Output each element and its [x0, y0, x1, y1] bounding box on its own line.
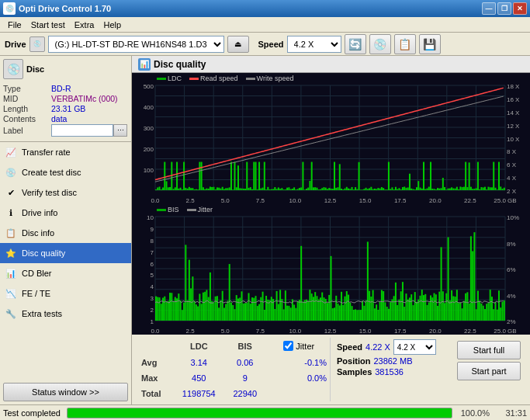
disc-info-icon: 📋 [5, 227, 17, 239]
type-label: Type [3, 84, 51, 93]
drive-select[interactable]: (G:) HL-DT-ST BD-RE WH16NS48 1.D3 [48, 36, 224, 53]
write-speed-legend-color [246, 78, 255, 80]
position-value: 23862 MB [373, 356, 412, 366]
max-ldc: 450 [172, 370, 225, 386]
nav-transfer-rate[interactable]: 📈 Transfer rate [0, 142, 131, 162]
cd-bler-icon: 📊 [5, 267, 17, 279]
samples-label: Samples [337, 367, 372, 377]
label-browse-button[interactable]: ⋯ [113, 124, 127, 137]
transfer-rate-icon: 📈 [5, 146, 17, 158]
mid-value: VERBATIMc (000) [51, 94, 118, 103]
drive-bar: Drive 💿 (G:) HL-DT-ST BD-RE WH16NS48 1.D… [0, 33, 530, 56]
disc-quality-title: Disc quality [154, 59, 206, 70]
menu-file[interactable]: File [3, 19, 26, 31]
ldc-header: LDC [172, 338, 225, 355]
jitter-legend-color [187, 209, 196, 211]
main-content: 💿 Disc Type BD-R MID VERBATIMc (000) Len… [0, 56, 530, 404]
action-icon-3[interactable]: 📋 [394, 34, 416, 54]
restore-button[interactable]: ❐ [497, 2, 511, 15]
drive-label: Drive [5, 40, 26, 49]
start-full-button[interactable]: Start full [457, 341, 521, 359]
action-icon-4[interactable]: 💾 [419, 34, 441, 54]
read-speed-legend-color [189, 78, 199, 80]
charts-area: LDC Read speed Write speed [132, 73, 530, 335]
speed-select2[interactable]: 4.2 X [393, 339, 436, 355]
minimize-button[interactable]: — [482, 2, 496, 15]
nav-drive-info[interactable]: ℹ Drive info [0, 203, 131, 223]
speed-select[interactable]: 4.2 X 2.0 X [287, 36, 341, 53]
chart2-legend: BIS Jitter [157, 206, 213, 213]
nav-verify-test[interactable]: ✔ Verify test disc [0, 182, 131, 203]
speed-label: Speed [258, 40, 284, 49]
create-test-label: Create test disc [22, 168, 81, 177]
position-row: Position 23862 MB [337, 356, 448, 366]
nav-disc-info[interactable]: 📋 Disc info [0, 223, 131, 243]
action-icon-1[interactable]: 🔄 [345, 34, 366, 54]
max-bis: 9 [225, 370, 265, 386]
transfer-rate-label: Transfer rate [22, 148, 71, 157]
label-label: Label [3, 126, 51, 135]
disc-title: Disc [26, 64, 44, 74]
progress-bar [67, 408, 452, 418]
nav-items: 📈 Transfer rate 💿 Create test disc ✔ Ver… [0, 142, 131, 324]
progress-percent: 100.0% [459, 408, 490, 418]
start-part-button[interactable]: Start part [457, 362, 521, 380]
contents-label: Contents [3, 114, 51, 123]
nav-create-test[interactable]: 💿 Create test disc [0, 162, 131, 182]
label-input[interactable] [51, 124, 113, 137]
action-buttons: Start full Start part [454, 338, 524, 401]
right-panel: 📊 Disc quality LDC Read speed [132, 56, 530, 404]
create-test-icon: 💿 [5, 166, 17, 179]
disc-length-row: Length 23.31 GB [3, 104, 128, 113]
jitter-label: Jitter [296, 342, 314, 351]
nav-fe-te[interactable]: 📉 FE / TE [0, 283, 131, 304]
chart1-legend: LDC Read speed Write speed [157, 75, 293, 82]
chart1-canvas [132, 73, 530, 204]
length-value: 23.31 GB [51, 104, 85, 113]
verify-test-icon: ✔ [5, 186, 17, 199]
disc-icon: 💿 [3, 59, 23, 79]
read-speed-legend: Read speed [189, 75, 238, 82]
ldc-chart: LDC Read speed Write speed [132, 73, 530, 204]
disc-quality-header-icon: 📊 [138, 58, 151, 71]
fe-te-label: FE / TE [22, 289, 50, 298]
eject-button[interactable]: ⏏ [227, 36, 249, 53]
avg-label: Avg [138, 355, 172, 370]
action-icon-2[interactable]: 💿 [369, 34, 391, 54]
disc-fields: Type BD-R MID VERBATIMc (000) Length 23.… [3, 82, 128, 138]
ldc-legend-label: LDC [168, 75, 182, 82]
menu-extra[interactable]: Extra [70, 19, 99, 31]
title-bar: 💿 Opti Drive Control 1.70 — ❐ ✕ [0, 0, 530, 17]
drive-icon: 💿 [29, 36, 45, 52]
status-window-button[interactable]: Status window >> [3, 383, 128, 401]
nav-disc-quality[interactable]: ⭐ Disc quality [0, 243, 131, 263]
total-ldc: 1198754 [172, 386, 225, 401]
nav-cd-bler[interactable]: 📊 CD Bler [0, 263, 131, 283]
app-icon: 💿 [3, 2, 16, 15]
menu-help[interactable]: Help [99, 19, 126, 31]
position-label: Position [337, 356, 370, 366]
ldc-legend: LDC [157, 75, 182, 82]
stats-columns: LDC BIS Jitter Avg 3.14 0.06 [132, 335, 530, 404]
contents-value: data [51, 114, 67, 123]
ldc-legend-color [157, 78, 166, 80]
avg-ldc: 3.14 [172, 355, 225, 370]
verify-test-label: Verify test disc [22, 188, 77, 197]
length-label: Length [3, 104, 51, 113]
stats-area: LDC BIS Jitter Avg 3.14 0.06 [132, 335, 530, 404]
jitter-checkbox-row: Jitter [283, 341, 327, 351]
mid-label: MID [3, 94, 51, 103]
total-bis: 22940 [225, 386, 265, 401]
speed-stat-label: Speed [337, 342, 362, 352]
status-text: Test completed [3, 408, 61, 418]
progress-fill [68, 408, 452, 418]
chart2-canvas [132, 204, 530, 335]
cd-bler-label: CD Bler [22, 269, 52, 278]
menu-starttest[interactable]: Start test [26, 19, 70, 31]
nav-extra-tests[interactable]: 🔧 Extra tests [0, 304, 131, 324]
jitter-checkbox[interactable] [283, 341, 293, 351]
jitter-legend-label: Jitter [198, 206, 213, 213]
window-controls: — ❐ ✕ [482, 2, 527, 15]
avg-jitter: -0.1% [280, 355, 330, 370]
close-button[interactable]: ✕ [513, 2, 527, 15]
